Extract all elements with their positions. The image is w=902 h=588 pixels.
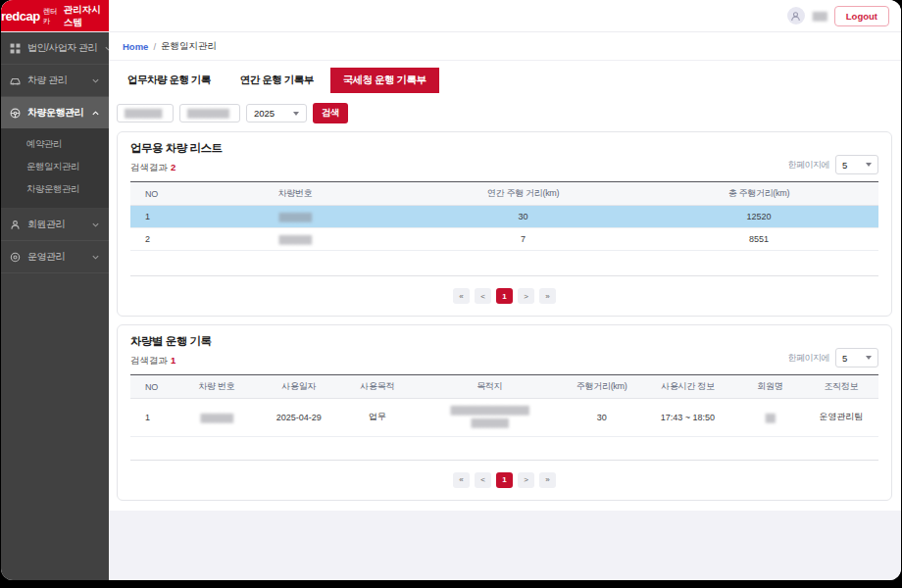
sidebar-item-label: 운영관리 [27,250,84,264]
vehicle-driving-record-card: 차량별 운행 기록 검색결과1 한페이지에 5 [117,324,892,501]
cell-no: 2 [130,228,182,251]
brand-subtitle: 렌터카 [43,7,61,26]
breadcrumb-home-link[interactable]: Home [123,41,148,52]
grid-icon [10,43,21,54]
header-right: ███ Logout [109,0,901,31]
app-window: redcap 렌터카 관리자시스템 ███ Logout 법인/사업자 관리 [1,0,901,580]
column-header-plate: 차량 번호 [175,375,258,399]
cell-org: 운영관리팀 [804,399,878,437]
gear-icon [10,252,21,263]
cell-total-km: 8551 [639,228,878,251]
chevron-down-icon [866,356,872,360]
person-icon [790,11,801,22]
pagination-prev-button[interactable]: < [475,472,491,488]
user-avatar [787,7,805,24]
table-row[interactable]: 2 ███████ 7 8551 [130,228,878,251]
username: ███ [813,12,827,21]
brand-system-title: 관리자시스템 [64,4,109,29]
table-empty-space [130,437,878,461]
column-header-member: 회원명 [736,375,804,399]
filter-field-2[interactable]: █████████ [179,104,240,122]
person-icon [10,220,21,230]
table-empty-space [130,251,878,276]
cell-plate: ███████ [175,399,258,437]
sidebar-item-label: 법인/사업자 관리 [27,41,97,55]
breadcrumb: Home / 운행일지관리 [109,32,901,61]
cell-annual-km: 7 [407,228,639,251]
pagination: « < 1 > » [130,288,878,304]
sidebar-item-label: 회원관리 [27,218,84,231]
filter-field-1-value: ████████ [125,109,161,118]
pagination-first-button[interactable]: « [453,472,470,488]
pagination-page-1-button[interactable]: 1 [496,472,513,488]
cell-time-info: 17:43 ~ 18:50 [639,399,736,437]
sidebar-subitem-vehicle-operation[interactable]: 차량운행관리 [1,178,109,201]
cell-member: ██ [736,399,804,437]
result-count-value: 1 [171,355,175,366]
column-header-destination: 목적지 [415,375,565,399]
sidebar-item-member-mgmt[interactable]: 회원관리 [1,209,109,241]
steering-wheel-icon [10,108,21,119]
sidebar-item-vehicle-operation-mgmt[interactable]: 차량운행관리 [1,97,109,128]
tab-tax-office-logbook[interactable]: 국세청 운행 기록부 [330,68,439,93]
per-page-select[interactable]: 5 [835,348,878,368]
chevron-down-icon [866,163,872,167]
column-header-org: 조직정보 [804,375,878,399]
filter-field-1[interactable]: ████████ [117,104,174,122]
vehicle-list-table: NO 차량번호 연간 주행 거리(km) 총 주행거리(km) 1 ██████… [130,181,878,251]
filter-field-2-value: █████████ [187,109,228,118]
pagination-page-1-button[interactable]: 1 [496,288,513,304]
car-icon [10,75,21,86]
pagination-last-button[interactable]: » [539,472,556,488]
driving-record-table: NO 차량 번호 사용일자 사용목적 목적지 주행거리(km) 사용시간 정보 … [130,374,878,437]
column-header-no: NO [130,182,182,206]
search-result-count: 검색결과2 [130,162,222,174]
tab-bar: 업무차량 운행 기록 연간 운행 기록부 국세청 운행 기록부 [109,61,901,93]
top-header: redcap 렌터카 관리자시스템 ███ Logout [1,0,901,32]
tab-annual-logbook[interactable]: 연간 운행 기록부 [227,68,326,93]
sidebar-item-corporate-mgmt[interactable]: 법인/사업자 관리 [1,32,109,65]
logout-button[interactable]: Logout [834,6,889,26]
table-row[interactable]: 1 ███████ 2025-04-29 업무 ████████████████… [130,399,878,437]
search-button[interactable]: 검색 [313,103,348,123]
pagination-last-button[interactable]: » [539,288,556,304]
sidebar-item-label: 차량운행관리 [27,106,84,120]
year-select-value: 2025 [254,108,275,119]
cell-no: 1 [130,206,182,228]
sidebar-subitem-driving-log-mgmt[interactable]: 운행일지관리 [1,156,109,178]
cell-plate: ███████ [182,228,407,251]
sidebar-item-vehicle-mgmt[interactable]: 차량 관리 [1,65,109,97]
column-header-plate: 차량번호 [182,182,407,206]
per-page-value: 5 [842,160,847,171]
pagination-next-button[interactable]: > [518,472,534,488]
section-title: 차량별 운행 기록 [130,334,211,349]
sidebar-item-operation-mgmt[interactable]: 운영관리 [1,241,109,273]
column-header-purpose: 사용목적 [340,375,415,399]
main-content: Home / 운행일지관리 업무차량 운행 기록 연간 운행 기록부 국세청 운… [109,32,901,580]
search-result-count: 검색결과1 [130,355,211,368]
sidebar-nav: 법인/사업자 관리 차량 관리 차량운행관리 예약관리 운행일지관리 [1,32,109,580]
cell-purpose: 업무 [340,399,415,437]
tab-business-vehicle-log[interactable]: 업무차량 운행 기록 [115,68,224,93]
column-header-time-info: 사용시간 정보 [639,375,736,399]
table-row[interactable]: 1 ███████ 30 12520 [130,206,878,228]
column-header-km: 주행거리(km) [565,375,639,399]
per-page-control: 한페이지에 5 [788,155,879,174]
cell-use-date: 2025-04-29 [258,399,340,437]
pagination-first-button[interactable]: « [453,288,470,304]
sidebar-subitem-reservation-mgmt[interactable]: 예약관리 [1,133,109,156]
pagination-next-button[interactable]: > [518,288,534,304]
column-header-total-km: 총 주행거리(km) [639,182,878,206]
pagination-prev-button[interactable]: < [475,288,491,304]
sidebar-item-label: 차량 관리 [27,74,84,87]
year-select[interactable]: 2025 [246,104,307,122]
cell-destination: █████████████████ ████████ [415,399,565,437]
sidebar-submenu: 예약관리 운행일지관리 차량운행관리 [1,128,109,209]
app-logo: redcap 렌터카 관리자시스템 [1,0,109,31]
business-vehicle-list-card: 업무용 차량 리스트 검색결과2 한페이지에 5 [117,131,892,317]
breadcrumb-separator: / [153,41,156,52]
column-header-annual-km: 연간 주행 거리(km) [407,182,639,206]
cell-plate: ███████ [182,206,407,228]
per-page-select[interactable]: 5 [835,155,878,174]
chevron-down-icon [91,76,100,85]
